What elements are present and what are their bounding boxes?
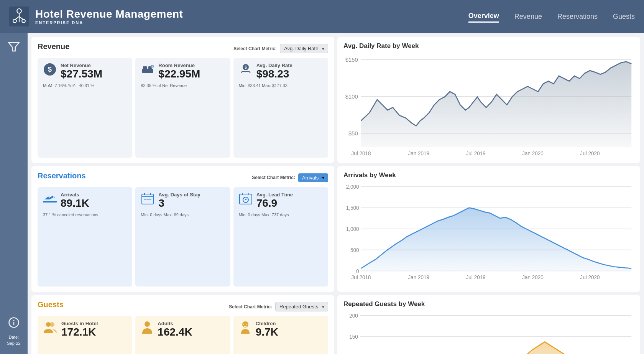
nav-revenue[interactable]: Revenue: [514, 11, 542, 22]
avg-daily-rate-label: Avg. Daily Rate: [256, 63, 292, 68]
lead-time-label: Avg. Lead Time: [256, 192, 293, 198]
kpi-lead-time: Avg. Lead Time 76.9 Min: 0 days Max: 737…: [233, 187, 328, 287]
svg-text:Jul 2020: Jul 2020: [580, 275, 600, 280]
room-revenue-value: $22.95M: [158, 68, 200, 80]
svg-text:Jul 2020: Jul 2020: [580, 151, 600, 156]
svg-text:$: $: [151, 65, 153, 68]
svg-text:150: 150: [349, 334, 358, 340]
guests-chart-area: 200 150 100 50 0: [343, 310, 634, 354]
revenue-metric-dropdown-wrapper[interactable]: Avg. Daily Rate: [280, 44, 328, 53]
svg-rect-37: [146, 199, 149, 200]
svg-point-62: [145, 321, 150, 327]
svg-point-9: [13, 320, 14, 321]
arrivals-label: Arrivals: [61, 192, 89, 198]
kpi-adults: Adults 162.4K: [135, 316, 230, 354]
guests-metric-select[interactable]: Repeated Guests: [275, 302, 328, 311]
svg-point-61: [50, 322, 54, 327]
nav-guests[interactable]: Guests: [613, 11, 635, 22]
nav-overview[interactable]: Overview: [468, 10, 499, 23]
svg-text:Jan 2019: Jan 2019: [408, 275, 429, 280]
room-revenue-label: Room Revenue: [158, 63, 200, 68]
svg-point-0: [17, 9, 21, 13]
avg-daily-rate-sub: Min: $33.41 Max: $177.33: [239, 83, 323, 88]
guests-metric-label: Select Chart Metric:: [229, 304, 272, 310]
guests-hotel-value: 172.1K: [61, 326, 98, 338]
revenue-title: Revenue: [38, 42, 69, 51]
filter-icon[interactable]: [8, 41, 20, 53]
app-subtitle: ENTERPRISE DNA: [35, 20, 468, 25]
info-icon[interactable]: [8, 317, 20, 328]
kpi-arrivals: Arrivals 89.1K 37.1 % canceled reservati…: [38, 187, 132, 287]
child-icon: [239, 321, 252, 336]
sidebar: Date: Sep-22: [0, 33, 28, 354]
svg-text:200: 200: [349, 313, 358, 319]
reservations-panel: Reservations Select Chart Metric: Arriva…: [31, 166, 334, 292]
svg-text:Jul 2019: Jul 2019: [466, 275, 486, 280]
kpi-room-revenue: $ Room Revenue $22.95M 83.35 % of Net Re…: [135, 58, 230, 158]
header: Hotel Revenue Management ENTERPRISE DNA …: [0, 0, 644, 33]
bed-icon: $: [141, 63, 154, 78]
svg-text:0: 0: [356, 268, 359, 274]
lead-time-value: 76.9: [256, 198, 293, 209]
calendar-icon: [141, 192, 154, 207]
svg-text:Jul 2019: Jul 2019: [466, 151, 486, 156]
net-revenue-sub: MoM: 7.16% YoY: -40.31 %: [43, 83, 127, 88]
reservations-title: Reservations: [38, 171, 86, 180]
avg-stay-label: Avg. Days of Stay: [158, 192, 200, 198]
main-container: Date: Sep-22 Revenue Select Chart Metric…: [0, 33, 644, 354]
svg-text:Jan 2020: Jan 2020: [522, 151, 544, 156]
net-revenue-value: $27.53M: [61, 68, 102, 80]
adults-value: 162.4K: [158, 326, 192, 338]
svg-text:$: $: [245, 65, 247, 69]
arrivals-chart-title: Arrivals by Week: [343, 171, 634, 179]
content-area: Revenue Select Chart Metric: Avg. Daily …: [28, 33, 644, 354]
adults-label: Adults: [158, 321, 192, 326]
revenue-metric-label: Select Chart Metric:: [233, 46, 277, 51]
svg-point-64: [243, 324, 244, 325]
revenue-row: Revenue Select Chart Metric: Avg. Daily …: [31, 37, 640, 163]
reservations-metric-label: Select Chart Metric:: [252, 175, 295, 180]
svg-text:$150: $150: [345, 56, 358, 63]
arrivals-sub: 37.1 % canceled reservations: [43, 212, 127, 217]
svg-text:Jan 2019: Jan 2019: [408, 151, 429, 156]
svg-text:$: $: [48, 66, 52, 73]
sidebar-date: Date: Sep-22: [7, 334, 20, 346]
revenue-metric-select[interactable]: Avg. Daily Rate: [280, 44, 328, 53]
coin-hand-icon: $: [239, 63, 253, 78]
kpi-net-revenue: $ Net Revenue $27.53M MoM: 7.16% YoY: -4…: [38, 58, 132, 158]
guests-kpi-row: Guests in Hotel 172.1K: [38, 316, 328, 354]
svg-rect-30: [43, 201, 57, 203]
avg-stay-value: 3: [158, 198, 200, 209]
dollar-icon: $: [43, 63, 57, 78]
guests-chart-svg: 200 150 100 50 0: [343, 310, 634, 354]
reservations-kpi-row: Arrivals 89.1K 37.1 % canceled reservati…: [38, 187, 328, 287]
reservations-metric-select[interactable]: Arrivals: [298, 173, 328, 182]
svg-rect-38: [149, 199, 151, 200]
svg-text:Jan 2020: Jan 2020: [522, 275, 544, 280]
revenue-kpi-row: $ Net Revenue $27.53M MoM: 7.16% YoY: -4…: [38, 58, 328, 158]
svg-text:Jul 2018: Jul 2018: [351, 275, 371, 280]
kpi-avg-stay: Avg. Days of Stay 3 Min: 0 days Max: 69 …: [135, 187, 230, 287]
arrivals-chart-panel: Arrivals by Week 2,000 1,500 1,000 500 0: [337, 166, 640, 292]
svg-text:1,500: 1,500: [346, 205, 359, 211]
lead-time-sub: Min: 0 days Max: 737 days: [239, 212, 323, 217]
svg-text:Jul 2018: Jul 2018: [351, 151, 371, 156]
revenue-chart-panel: Avg. Daily Rate by Week $150 $100 $50: [337, 37, 640, 163]
arrivals-icon: [43, 192, 57, 207]
guests-metric-dropdown-wrapper[interactable]: Repeated Guests: [275, 302, 328, 311]
arrivals-chart-area: 2,000 1,500 1,000 500 0: [343, 181, 634, 287]
revenue-chart-svg: $150 $100 $50: [343, 52, 634, 158]
reservations-metric-dropdown-wrapper[interactable]: Arrivals: [298, 173, 328, 182]
children-value: 9.7K: [256, 326, 278, 338]
arrivals-value: 89.1K: [61, 198, 89, 209]
room-revenue-sub: 83.35 % of Net Revenue: [141, 83, 225, 88]
guests-icon: [43, 321, 58, 336]
nav-reservations[interactable]: Reservations: [557, 11, 598, 22]
revenue-chart-area: $150 $100 $50: [343, 52, 634, 158]
svg-marker-6: [8, 43, 19, 51]
net-revenue-label: Net Revenue: [61, 63, 102, 68]
kpi-guests-hotel: Guests in Hotel 172.1K: [38, 316, 132, 354]
main-nav: Overview Revenue Reservations Guests: [468, 10, 635, 23]
clock-icon: [239, 192, 253, 207]
guests-panel: Guests Select Chart Metric: Repeated Gue…: [31, 295, 334, 354]
